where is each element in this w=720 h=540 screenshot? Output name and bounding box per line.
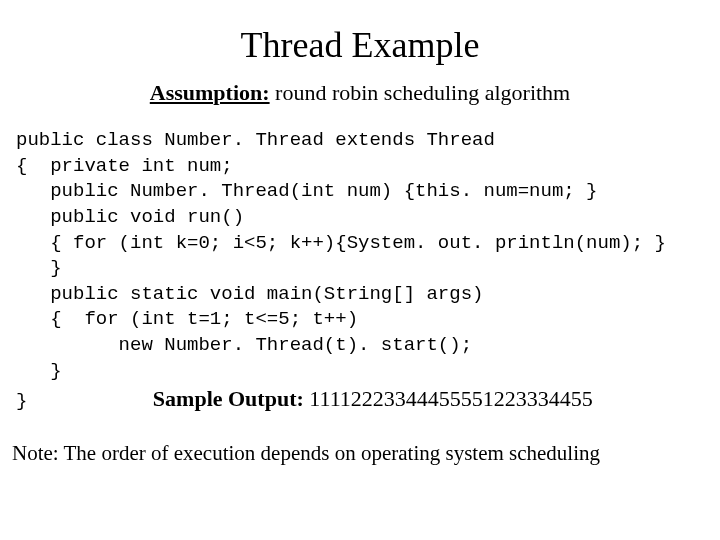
sample-output-label: Sample Output: bbox=[153, 386, 309, 411]
code-line: } bbox=[16, 257, 62, 279]
assumption-text: round robin scheduling algorithm bbox=[270, 80, 571, 105]
footer-note: Note: The order of execution depends on … bbox=[12, 441, 710, 466]
slide-subtitle: Assumption: round robin scheduling algor… bbox=[10, 80, 710, 106]
code-line: { for (int t=1; t<=5; t++) bbox=[16, 308, 358, 330]
slide: Thread Example Assumption: round robin s… bbox=[0, 0, 720, 540]
code-line: public Number. Thread(int num) {this. nu… bbox=[16, 180, 598, 202]
sample-output-value: 11112223344455551223334455 bbox=[309, 386, 593, 411]
code-line: new Number. Thread(t). start(); bbox=[16, 334, 472, 356]
code-line: { for (int k=0; i<5; k++){System. out. p… bbox=[16, 232, 666, 254]
code-line: { private int num; bbox=[16, 155, 233, 177]
code-line: public void run() bbox=[16, 206, 244, 228]
code-line: public static void main(String[] args) bbox=[16, 283, 483, 305]
code-line: } bbox=[16, 390, 153, 412]
code-block: public class Number. Thread extends Thre… bbox=[16, 128, 710, 415]
slide-title: Thread Example bbox=[10, 24, 710, 66]
code-line: } bbox=[16, 360, 62, 382]
code-line: public class Number. Thread extends Thre… bbox=[16, 129, 495, 151]
assumption-label: Assumption: bbox=[150, 80, 270, 105]
sample-output: Sample Output: 1111222334445555122333445… bbox=[153, 386, 593, 411]
